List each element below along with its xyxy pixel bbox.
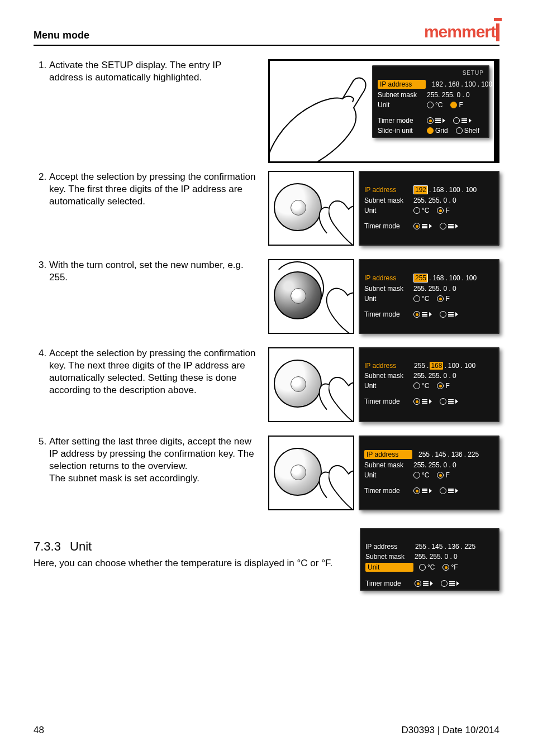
- label-unit: Unit: [378, 101, 421, 109]
- step-1-illustration: SETUP IP address 192. 168. 100. 100 Subn…: [268, 59, 499, 163]
- step-4-row: Accept the selection by pressing the con…: [34, 347, 499, 428]
- hand-press-icon: [291, 353, 354, 422]
- hand-press-icon: [291, 176, 354, 246]
- timer-icon: [461, 118, 472, 123]
- step-1-text: Activate the SETUP display. The entry IP…: [49, 59, 257, 84]
- brand-text: memmert: [424, 22, 496, 41]
- value-subnet: 255. 255. 0 . 0: [427, 91, 470, 99]
- device-panel-5: IP address 255. 145. 136. 225 Subnet mas…: [359, 436, 499, 510]
- page-footer: 48 D30393 | Date 10/2014: [34, 725, 499, 736]
- section-unit-heading: 7.3.3 Unit: [34, 539, 349, 554]
- brand-mark: [496, 23, 499, 41]
- radio-timer-b[interactable]: [453, 117, 472, 124]
- hand-turn-icon: [291, 265, 354, 334]
- radio-c[interactable]: °C: [419, 563, 435, 571]
- timer-icon: [435, 118, 445, 123]
- step-3-row: With the turn control, set the new numbe…: [34, 259, 499, 339]
- radio-shelf[interactable]: Shelf: [456, 127, 479, 135]
- radio-timer-a[interactable]: [427, 117, 445, 124]
- value-ip: 192. 168. 100. 100: [431, 80, 493, 88]
- radio-grid[interactable]: Grid: [427, 127, 448, 135]
- label-timer: Timer mode: [378, 117, 421, 125]
- step-2-text: Accept the selection by pressing the con…: [49, 171, 257, 208]
- section-unit-body: Here, you can choose whether the tempera…: [34, 557, 335, 570]
- step-5-text: After setting the last three digits, acc…: [49, 436, 257, 485]
- step-3-illustration: [268, 259, 354, 334]
- label-unit-highlight: Unit: [365, 563, 413, 572]
- step-5-illustration: [268, 436, 354, 510]
- step-5-row: After setting the last three digits, acc…: [34, 436, 499, 516]
- radio-f[interactable]: F: [450, 101, 463, 109]
- page: Menu mode memmert Activate the SETUP dis…: [0, 0, 533, 756]
- panel-setup-label: SETUP: [378, 70, 484, 76]
- step-2-illustration: [268, 171, 354, 246]
- device-panel-4: IP address 255. 168. 100. 100 Subnet mas…: [359, 347, 499, 422]
- page-number: 48: [34, 725, 44, 736]
- page-header: Menu mode memmert: [34, 22, 499, 46]
- brand-logo: memmert: [424, 22, 499, 41]
- step-2-row: Accept the selection by pressing the con…: [34, 171, 499, 251]
- section-unit-row: 7.3.3 Unit Here, you can choose whether …: [34, 524, 499, 591]
- step-4-text: Accept the selection by pressing the con…: [49, 347, 257, 396]
- step-3-text: With the turn control, set the new numbe…: [49, 259, 257, 284]
- hand-pointing-icon: [268, 60, 382, 163]
- radio-c[interactable]: °C: [413, 207, 429, 214]
- step-1-row: Activate the SETUP display. The entry IP…: [34, 59, 499, 163]
- device-panel-unit: IP address 255. 145. 136. 225 Subnet mas…: [360, 528, 499, 591]
- radio-f[interactable]: F: [437, 207, 449, 214]
- doc-id: D30393 | Date 10/2014: [402, 725, 500, 736]
- hand-press-icon: [291, 441, 354, 510]
- label-slide: Slide-in unit: [378, 127, 421, 135]
- label-subnet: Subnet mask: [378, 91, 421, 99]
- label-ip: IP address: [364, 186, 408, 194]
- device-panel-1: SETUP IP address 192. 168. 100. 100 Subn…: [372, 65, 489, 138]
- device-panel-3: IP address 255. 168. 100. 100 Subnet mas…: [359, 259, 499, 334]
- device-panel-2: IP address 192. 168. 100. 100 Subnet mas…: [359, 171, 499, 246]
- step-4-illustration: [268, 347, 354, 422]
- section-title: Menu mode: [34, 30, 89, 41]
- label-ip: IP address: [378, 80, 426, 89]
- radio-c[interactable]: °C: [427, 101, 442, 109]
- radio-f[interactable]: °F: [442, 563, 458, 571]
